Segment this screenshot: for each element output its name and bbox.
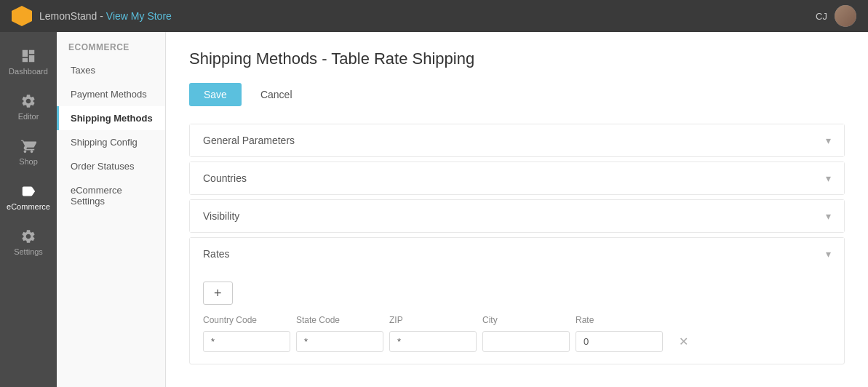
col-country-code: Country Code: [203, 315, 290, 325]
state-code-input[interactable]: [296, 331, 383, 352]
nav-item-shop[interactable]: Shop: [0, 129, 57, 175]
nav-label-settings: Settings: [14, 247, 43, 256]
save-button[interactable]: Save: [189, 83, 242, 106]
settings-icon: [20, 228, 36, 244]
visibility-header[interactable]: Visibility ▾: [190, 200, 844, 232]
country-code-input[interactable]: [203, 331, 290, 352]
chevron-down-icon: ▾: [826, 248, 831, 260]
rates-title: Rates: [203, 248, 230, 260]
avatar[interactable]: [835, 5, 856, 27]
topbar: LemonStand - View My Store CJ: [0, 0, 868, 32]
rates-table-header: Country Code State Code ZIP City Rate: [203, 315, 831, 325]
general-parameters-title: General Parameters: [203, 135, 295, 146]
countries-header[interactable]: Countries ▾: [190, 162, 844, 194]
nav-item-editor[interactable]: Editor: [0, 84, 57, 129]
zip-input[interactable]: [389, 331, 477, 352]
nav-item-dashboard[interactable]: Dashboard: [0, 39, 57, 84]
chevron-down-icon: ▾: [826, 135, 831, 146]
main-content: Shipping Methods - Table Rate Shipping S…: [166, 32, 868, 387]
sidebar-item-order-statuses[interactable]: Order Statuses: [57, 154, 165, 178]
sidebar-item-ecommerce-settings[interactable]: eCommerce Settings: [57, 178, 165, 213]
ecommerce-icon: [20, 183, 36, 199]
editor-icon: [20, 93, 36, 109]
countries-title: Countries: [203, 172, 247, 184]
general-parameters-panel: General Parameters ▾: [189, 124, 845, 157]
rates-header[interactable]: Rates ▾: [190, 238, 844, 270]
user-initials: CJ: [816, 11, 827, 22]
nav-label-dashboard: Dashboard: [9, 67, 48, 76]
sidebar-section-title: eCommerce: [57, 32, 165, 58]
rates-panel: Rates ▾ + Country Code State Code ZIP Ci…: [189, 237, 845, 364]
shop-icon: [20, 138, 36, 154]
sidebar-item-payment-methods[interactable]: Payment Methods: [57, 82, 165, 106]
chevron-down-icon: ▾: [826, 172, 831, 184]
avatar-image: [835, 5, 856, 27]
nav-label-ecommerce: eCommerce: [7, 202, 50, 211]
visibility-panel: Visibility ▾: [189, 199, 845, 233]
rate-input[interactable]: [576, 331, 663, 352]
sidebar-item-taxes[interactable]: Taxes: [57, 58, 165, 82]
sidebar: eCommerce Taxes Payment Methods Shipping…: [57, 32, 166, 387]
view-store-link[interactable]: View My Store: [106, 10, 172, 22]
table-row: ✕: [203, 331, 831, 352]
col-state-code: State Code: [296, 315, 383, 325]
action-bar: Save Cancel: [189, 83, 845, 106]
sidebar-item-shipping-methods[interactable]: Shipping Methods: [57, 106, 165, 130]
cancel-button[interactable]: Cancel: [249, 83, 304, 106]
lemonstand-logo: [12, 6, 32, 26]
city-input[interactable]: [482, 331, 570, 352]
remove-row-button[interactable]: ✕: [669, 332, 698, 351]
nav-item-ecommerce[interactable]: eCommerce: [0, 175, 57, 220]
nav-label-shop: Shop: [19, 157, 38, 166]
icon-nav: Dashboard Editor Shop eCommerce Settings: [0, 32, 57, 387]
app-name: LemonStand -: [39, 10, 106, 22]
countries-panel: Countries ▾: [189, 161, 845, 195]
nav-item-settings[interactable]: Settings: [0, 220, 57, 265]
col-zip: ZIP: [389, 315, 477, 325]
topbar-left: LemonStand - View My Store: [12, 6, 172, 26]
page-title: Shipping Methods - Table Rate Shipping: [189, 49, 845, 68]
rates-body: + Country Code State Code ZIP City Rate …: [190, 270, 844, 364]
add-rate-button[interactable]: +: [203, 282, 233, 305]
general-parameters-header[interactable]: General Parameters ▾: [190, 124, 844, 156]
dashboard-icon: [20, 48, 36, 64]
visibility-title: Visibility: [203, 210, 239, 222]
col-city: City: [482, 315, 570, 325]
topbar-right: CJ: [816, 5, 856, 27]
sidebar-item-shipping-config[interactable]: Shipping Config: [57, 130, 165, 154]
col-rate: Rate: [576, 315, 663, 325]
nav-label-editor: Editor: [18, 112, 39, 121]
col-actions: [669, 315, 698, 325]
topbar-title: LemonStand - View My Store: [39, 10, 172, 22]
chevron-down-icon: ▾: [826, 210, 831, 222]
